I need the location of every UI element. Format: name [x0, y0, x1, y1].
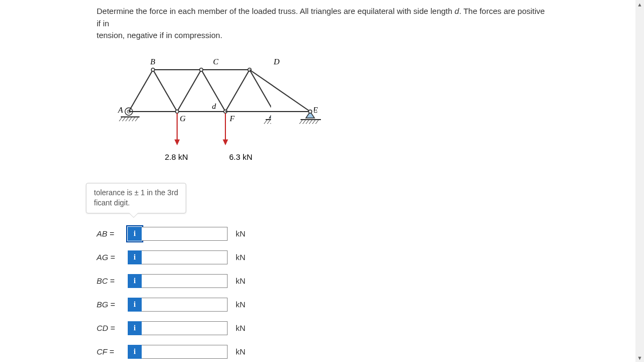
svg-line-8	[264, 120, 267, 124]
node-label-g: G	[180, 114, 186, 123]
scroll-down-icon[interactable]: ▼	[635, 353, 644, 362]
load-f-label: 6.3 kN	[229, 152, 252, 161]
answer-row-cf: CF =ikN	[97, 345, 547, 359]
svg-line-1	[119, 117, 122, 121]
svg-line-27	[250, 70, 274, 112]
info-button[interactable]: i	[128, 274, 142, 288]
dim-label-d: d	[212, 102, 216, 110]
answer-row-bg: BG =ikN	[97, 298, 547, 312]
info-button[interactable]: i	[128, 227, 142, 241]
svg-point-31	[175, 110, 179, 113]
problem-text-1: Determine the force in each member of th…	[97, 6, 455, 16]
svg-line-26	[225, 70, 250, 112]
info-button[interactable]: i	[128, 250, 142, 264]
node-label-f: F	[229, 114, 235, 123]
svg-point-43	[309, 110, 312, 113]
answer-label: CF =	[97, 347, 123, 356]
answer-row-bc: BC =ikN	[97, 274, 547, 288]
answer-row-ag: AG =ikN	[97, 250, 547, 264]
answer-label: BG =	[97, 300, 123, 309]
problem-statement: Determine the force in each member of th…	[97, 5, 547, 42]
unit-label: kN	[236, 323, 245, 333]
svg-line-9	[267, 120, 270, 124]
svg-line-41	[250, 70, 310, 112]
vertical-scrollbar[interactable]: ▲ ▼	[635, 0, 644, 362]
answer-label: CD =	[97, 323, 123, 333]
svg-marker-35	[174, 139, 180, 145]
answer-input-cf[interactable]	[142, 345, 228, 359]
svg-marker-37	[223, 139, 228, 145]
unit-label: kN	[236, 300, 245, 309]
svg-line-5	[132, 117, 135, 121]
node-label-c: C	[213, 57, 219, 66]
svg-point-29	[200, 68, 203, 71]
tooltip-line2: ficant digit.	[94, 198, 130, 207]
tolerance-tooltip: tolerance is ± 1 in the 3rd ficant digit…	[86, 183, 186, 213]
answer-input-ag[interactable]	[142, 250, 228, 264]
unit-label: kN	[236, 347, 245, 356]
svg-line-6	[135, 117, 138, 121]
svg-point-28	[151, 68, 155, 71]
info-button[interactable]: i	[128, 298, 142, 312]
answer-label: BC =	[97, 276, 123, 285]
answer-input-cd[interactable]	[142, 321, 228, 335]
scroll-up-icon[interactable]: ▲	[635, 0, 644, 9]
node-label-a: A	[118, 106, 123, 114]
svg-line-3	[126, 117, 129, 121]
node-label-d: D	[273, 57, 280, 66]
truss-diagram: A B C D E F G d 2.8 kN 6.3 kN	[107, 53, 547, 167]
svg-line-24	[177, 70, 201, 112]
answer-input-ab[interactable]	[142, 227, 228, 241]
answer-label: AB =	[97, 229, 123, 238]
unit-label: kN	[236, 253, 245, 262]
svg-line-2	[122, 117, 126, 121]
info-button[interactable]: i	[128, 345, 142, 359]
node-label-b: B	[150, 57, 155, 66]
svg-line-50	[316, 120, 319, 124]
answer-input-bg[interactable]	[142, 298, 228, 312]
info-button[interactable]: i	[128, 321, 142, 335]
tooltip-line1: tolerance is ± 1 in the 3rd	[94, 188, 178, 197]
unit-label: kN	[236, 276, 245, 285]
problem-text-3: tension, negative if in compression.	[97, 31, 222, 40]
svg-line-4	[129, 117, 132, 121]
unit-label: kN	[236, 229, 245, 238]
answer-row-cd: CD =ikN	[97, 321, 547, 335]
answer-row-ab: AB =ikN	[97, 227, 547, 241]
answer-label: AG =	[97, 253, 123, 262]
svg-line-23	[153, 70, 177, 112]
answer-input-bc[interactable]	[142, 274, 228, 288]
load-g-label: 2.8 kN	[165, 152, 188, 161]
svg-line-22	[129, 70, 153, 112]
